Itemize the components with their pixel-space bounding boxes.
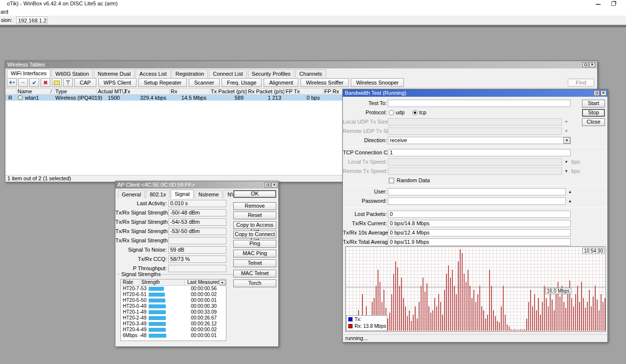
- copy-to-access-list-button[interactable]: Copy to Access List: [233, 221, 276, 229]
- rx-bar: [432, 310, 433, 331]
- column-header-fp-tx[interactable]: FP Tx: [286, 88, 300, 94]
- close-icon[interactable]: ×: [589, 62, 595, 67]
- wireless-snooper-button[interactable]: Wireless Snooper: [351, 78, 404, 87]
- rx-bar: [536, 310, 537, 331]
- protocol-label: Protocol:: [343, 109, 387, 116]
- remove-button[interactable]: −: [18, 78, 28, 87]
- rx-bar: [540, 315, 541, 331]
- rx-bar: [425, 292, 425, 331]
- restore-icon[interactable]: [582, 62, 588, 67]
- rx-bar: [501, 306, 502, 331]
- enable-button[interactable]: ✔: [29, 78, 39, 87]
- telnet-button[interactable]: Telnet: [233, 259, 276, 267]
- stop-button[interactable]: Stop: [582, 109, 605, 117]
- legend-label: Tx:: [355, 317, 361, 322]
- test-to-input[interactable]: [388, 100, 571, 107]
- close-button[interactable]: Close: [582, 118, 605, 126]
- rx-bar: [518, 330, 519, 331]
- rx-bar: [395, 261, 396, 331]
- column-header-rx-packet-p-s[interactable]: Rx Packet (p/s): [248, 88, 285, 94]
- column-header-type[interactable]: Type: [55, 88, 67, 94]
- column-header-rx[interactable]: Rx: [171, 88, 177, 94]
- close-icon[interactable]: ×: [601, 90, 606, 96]
- copy-to-connect-list-button[interactable]: Copy to Connect List: [233, 231, 276, 238]
- chevron-up-icon[interactable]: ▲: [567, 197, 573, 205]
- chart-legend: Tx:Rx: 13.8 Mbps: [346, 315, 387, 331]
- user-input[interactable]: [388, 188, 566, 195]
- wt-tab-access-list[interactable]: Access List: [135, 69, 171, 78]
- restore-icon[interactable]: [611, 1, 616, 6]
- password-input[interactable]: [388, 197, 566, 205]
- mac-telnet-button[interactable]: MAC Telnet: [233, 270, 276, 278]
- rx-bar: [534, 294, 535, 331]
- rx-bar: [440, 302, 441, 331]
- local-udp-tx-size-combo[interactable]: [388, 118, 562, 126]
- chevron-up-icon[interactable]: ▲: [567, 188, 573, 195]
- start-button[interactable]: Start: [582, 100, 605, 107]
- random-data-checkbox[interactable]: [389, 178, 394, 183]
- wireless-sniffer-button[interactable]: Wireless Sniffer: [300, 78, 349, 87]
- remove-button[interactable]: Remove: [233, 202, 276, 210]
- find-button[interactable]: Find: [568, 79, 594, 86]
- restore-icon[interactable]: [594, 90, 600, 96]
- ok-button[interactable]: OK: [233, 190, 276, 198]
- row-tx-packet: 589: [210, 95, 244, 101]
- filter-button[interactable]: [63, 78, 73, 87]
- wt-tab-connect-list[interactable]: Connect List: [209, 69, 246, 78]
- rx-bar: [505, 315, 506, 331]
- wt-tab-registration[interactable]: Registration: [172, 69, 208, 78]
- copy-button[interactable]: [52, 78, 62, 87]
- wt-tab-w60g-station[interactable]: W60G Station: [51, 69, 92, 78]
- wps-client-button[interactable]: WPS Client: [98, 78, 136, 87]
- session-address-field[interactable]: 192.168.1.2: [16, 17, 47, 24]
- minimize-icon[interactable]: [596, 4, 601, 5]
- rx-bar: [524, 329, 525, 331]
- rx-bar: [532, 306, 533, 331]
- rx-bar: [393, 274, 394, 331]
- alignment-button[interactable]: Alignment: [264, 78, 298, 87]
- txrx-total-average-value: 0 bps/11.9 Mbps: [388, 238, 571, 246]
- ping-button[interactable]: Ping: [233, 240, 276, 248]
- mac-ping-button[interactable]: MAC Ping: [233, 250, 276, 257]
- column-header-name[interactable]: Name: [18, 88, 32, 94]
- wt-tab-nstreme-dual[interactable]: Nstreme Dual: [94, 69, 134, 78]
- column-header-fp-rx[interactable]: FP Rx: [324, 88, 339, 94]
- local-tx-speed-combo[interactable]: [388, 158, 562, 166]
- legend-entry-rx: Rx: 13.8 Mbps: [348, 323, 386, 329]
- chevron-down-icon[interactable]: ▼: [563, 137, 570, 144]
- rx-bar: [413, 315, 414, 331]
- chevron-down-icon: ▼: [564, 168, 568, 175]
- separator: [345, 146, 606, 147]
- wireless-tables-titlebar[interactable]: Wireless Tables: [5, 61, 597, 68]
- tcp-connection-count-input[interactable]: 1: [388, 149, 571, 156]
- reset-button[interactable]: Reset: [233, 212, 276, 219]
- column-header-tx[interactable]: Tx: [124, 88, 130, 94]
- row-fp-tx: 0 bps: [285, 95, 320, 101]
- cap-button[interactable]: CAP: [74, 78, 96, 87]
- bandwidth-test-title-buttons: ×: [594, 90, 606, 96]
- remote-udp-tx-size-combo[interactable]: [388, 128, 562, 135]
- protocol-tcp-radio[interactable]: [412, 110, 418, 115]
- wt-tab-security-profiles[interactable]: Security Profiles: [248, 69, 294, 78]
- rx-bar: [603, 302, 604, 331]
- bandwidth-test-titlebar[interactable]: Bandwidth Test (Running): [343, 89, 607, 97]
- torch-button[interactable]: Torch: [233, 279, 276, 287]
- scanner-button[interactable]: Scanner: [189, 78, 220, 87]
- disable-button[interactable]: ✖: [41, 78, 50, 87]
- chevron-down-icon: ▼: [564, 128, 568, 135]
- wt-tab-wifi-interfaces[interactable]: WiFi Interfaces: [7, 69, 50, 78]
- column-header-tx-packet-p-s[interactable]: Tx Packet (p/s): [211, 88, 247, 94]
- column-header-actual-mtu[interactable]: Actual MTU: [98, 88, 126, 94]
- wireless-tables-toolbar: +▾−✔✖CAPWPS ClientSetup RepeaterScannerF…: [7, 78, 406, 87]
- row-flag: R: [8, 95, 12, 101]
- wt-tab-channels[interactable]: Channels: [295, 69, 326, 78]
- setup-repeater-button[interactable]: Setup Repeater: [138, 78, 187, 87]
- app-titlebar[interactable]: oTik) - WinBox v6.42.4 on DISC Lite5 ac …: [0, 0, 626, 7]
- direction-combo[interactable]: receive: [388, 137, 571, 144]
- protocol-udp-radio[interactable]: [389, 110, 394, 115]
- rx-bar: [405, 306, 406, 331]
- add-button[interactable]: +▾: [7, 78, 17, 87]
- rx-bar: [411, 321, 412, 331]
- remote-tx-speed-combo[interactable]: [388, 168, 562, 175]
- freq-usage-button[interactable]: Freq. Usage: [222, 78, 262, 87]
